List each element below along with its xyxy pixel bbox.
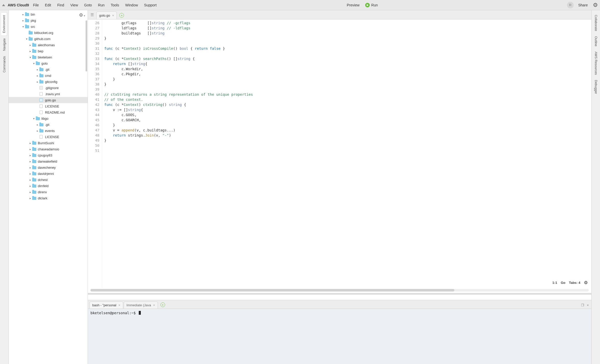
tree-row[interactable]: ▾bketelsen — [9, 54, 88, 60]
tree-row[interactable]: ▸events — [9, 128, 88, 134]
new-tab-button[interactable]: + — [119, 13, 124, 18]
tree-row[interactable]: ▸bin — [9, 11, 88, 17]
tree-row[interactable]: ▾libgo — [9, 115, 88, 122]
chevron-right-icon[interactable]: ▸ — [29, 148, 32, 151]
tree-row[interactable]: ▸dimfeld — [9, 183, 88, 189]
tab-size[interactable]: Tabs: 4 — [569, 281, 580, 285]
chevron-right-icon[interactable]: ▸ — [29, 172, 32, 175]
right-rail-outline[interactable]: Outline — [593, 34, 599, 49]
chevron-right-icon[interactable]: ▸ — [29, 154, 32, 157]
folder-icon — [25, 13, 29, 16]
tree-row[interactable]: ▸dchest — [9, 177, 88, 183]
chevron-right-icon[interactable]: ▸ — [36, 68, 39, 71]
chevron-right-icon[interactable]: ▸ — [29, 197, 32, 200]
menu-file[interactable]: File — [30, 2, 41, 8]
tree-row[interactable]: ▸alecthomas — [9, 42, 88, 48]
chevron-right-icon[interactable]: ▸ — [29, 178, 32, 181]
tree-row[interactable]: ▸dlclark — [9, 195, 88, 201]
chevron-right-icon[interactable]: ▸ — [29, 191, 32, 193]
tree-row[interactable]: ▸chaseadamsio — [9, 146, 88, 152]
menu-view[interactable]: View — [68, 2, 80, 8]
tree-row[interactable]: ▸gitconfig — [9, 79, 88, 85]
tree-row[interactable]: LICENSE — [9, 103, 88, 109]
tree-row[interactable]: ▸BurntSushi — [9, 140, 88, 146]
tree-row[interactable]: LICENSE — [9, 134, 88, 140]
menu-run[interactable]: Run — [96, 2, 107, 8]
language-mode[interactable]: Go — [561, 281, 565, 285]
run-button[interactable]: Run — [363, 2, 380, 8]
chevron-right-icon[interactable]: ▸ — [21, 19, 25, 22]
tree-row[interactable]: ▸davidrjenni — [9, 171, 88, 177]
editor-settings-gear-icon[interactable]: ⚙ — [584, 280, 588, 285]
close-icon[interactable]: × — [153, 303, 155, 307]
tree-item-label: .gitignore — [45, 86, 59, 90]
preview-menu[interactable]: Preview — [344, 2, 363, 8]
new-terminal-button[interactable]: + — [160, 302, 165, 307]
tree-row[interactable]: .travis.yml — [9, 91, 88, 97]
tree-row[interactable]: ▸danwakefield — [9, 158, 88, 164]
terminal-body[interactable]: bketelsen@personal:~$ — [88, 309, 591, 364]
tree-row[interactable]: ▸davecheney — [9, 164, 88, 171]
terminal-tab[interactable]: Immediate (Java× — [124, 301, 158, 309]
tree-row[interactable]: ▸.git — [9, 122, 88, 128]
chevron-right-icon[interactable]: ▸ — [36, 74, 39, 77]
tree-row[interactable]: ▾golo — [9, 60, 88, 66]
chevron-down-icon[interactable]: ▾ — [25, 38, 28, 40]
chevron-right-icon[interactable]: ▸ — [29, 142, 32, 144]
code-editor[interactable]: 2627282930313233343536373839404142434445… — [88, 19, 591, 288]
duplicate-terminal-icon[interactable]: ❐ — [581, 303, 584, 307]
terminal-tab[interactable]: bash - "personal× — [89, 301, 123, 309]
menu-tools[interactable]: Tools — [108, 2, 122, 8]
tree-row[interactable]: ▾github.com — [9, 36, 88, 42]
tree-row[interactable]: ▸direnv — [9, 189, 88, 195]
tree-scrollbar[interactable] — [86, 20, 87, 71]
menu-window[interactable]: Window — [123, 2, 141, 8]
chevron-right-icon[interactable]: ▸ — [29, 44, 32, 46]
left-rail-environment[interactable]: Environment — [1, 12, 7, 36]
chevron-right-icon[interactable]: ▸ — [29, 185, 32, 187]
collapse-toggle-icon[interactable] — [2, 4, 5, 6]
chevron-down-icon[interactable]: ▾ — [32, 117, 35, 120]
close-icon[interactable]: × — [118, 303, 120, 307]
code-area[interactable]: gcflags []string // -gcflags ldflags []s… — [102, 19, 591, 288]
menu-edit[interactable]: Edit — [42, 2, 54, 8]
chevron-right-icon[interactable]: ▸ — [29, 160, 32, 163]
tree-row[interactable]: ▸bep — [9, 48, 88, 54]
editor-tab-golo[interactable]: golo.go × — [96, 11, 117, 19]
tree-row[interactable]: bitbucket.org — [9, 30, 88, 36]
tree-row[interactable]: ▸.git — [9, 66, 88, 72]
tree-row[interactable]: ▾src — [9, 23, 88, 30]
settings-gear-icon[interactable]: ⚙ — [593, 2, 598, 8]
chevron-right-icon[interactable]: ▸ — [36, 129, 39, 132]
chevron-down-icon[interactable]: ▾ — [29, 56, 32, 59]
editor-horizontal-scrollbar[interactable] — [90, 289, 589, 292]
tree-row[interactable]: golo.go — [9, 97, 88, 103]
right-rail-collaborate[interactable]: Collaborate — [593, 12, 599, 34]
chevron-right-icon[interactable]: ▸ — [36, 123, 39, 126]
left-rail-commands[interactable]: Commands — [2, 54, 7, 75]
tree-row[interactable]: ▸pkg — [9, 17, 88, 23]
menu-goto[interactable]: Goto — [82, 2, 94, 8]
right-rail-aws-resources[interactable]: AWS Resources — [593, 49, 599, 77]
chevron-down-icon[interactable]: ▾ — [21, 25, 25, 28]
pane-menu-icon[interactable]: ☰ — [90, 13, 94, 17]
chevron-right-icon[interactable]: ▸ — [36, 80, 39, 83]
avatar[interactable]: R — [567, 2, 574, 8]
tree-row[interactable]: ▸cpuguy83 — [9, 152, 88, 158]
close-terminal-icon[interactable]: × — [587, 303, 589, 307]
chevron-right-icon[interactable]: ▸ — [29, 166, 32, 169]
chevron-right-icon[interactable]: ▸ — [21, 13, 25, 16]
share-button[interactable]: Share — [576, 2, 590, 8]
menu-support[interactable]: Support — [142, 2, 159, 8]
scrollbar-thumb[interactable] — [90, 289, 454, 292]
close-icon[interactable]: × — [112, 14, 114, 17]
tree-settings-gear-icon[interactable]: ⚙ — [79, 12, 85, 18]
tree-row[interactable]: ▸cmd — [9, 72, 88, 79]
menu-find[interactable]: Find — [55, 2, 67, 8]
tree-row[interactable]: README.md — [9, 109, 88, 115]
chevron-right-icon[interactable]: ▸ — [29, 50, 32, 53]
left-rail-navigate[interactable]: Navigate — [2, 36, 7, 53]
tree-row[interactable]: .gitignore — [9, 85, 88, 91]
chevron-down-icon[interactable]: ▾ — [32, 62, 35, 65]
right-rail-debugger[interactable]: Debugger — [593, 77, 599, 96]
